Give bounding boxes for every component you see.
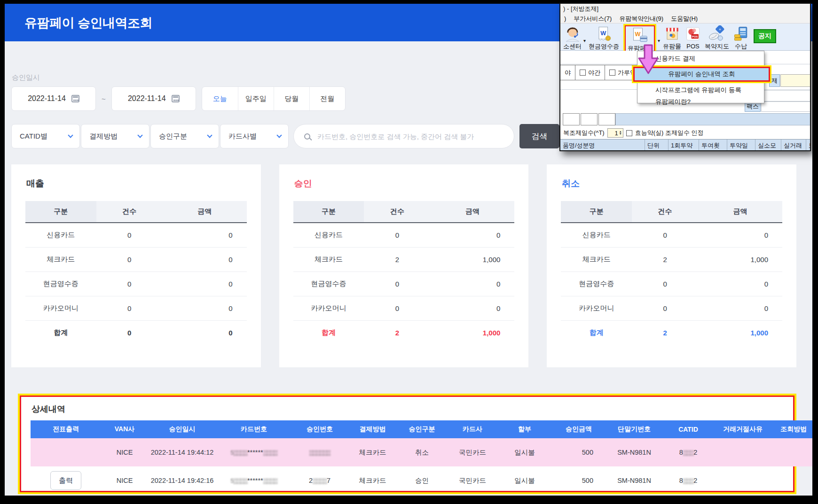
grid-column-header: 1회투약 bbox=[669, 140, 699, 151]
lookup-method-cell bbox=[771, 466, 812, 495]
summary-cell: 0 bbox=[163, 223, 247, 247]
card-number-cell: 5▒▒▒▒******▒▒▒▒ bbox=[216, 438, 291, 466]
grid-column-header: 투여횟 bbox=[699, 140, 727, 151]
table-row: 현금영수증00 bbox=[561, 271, 782, 296]
checkbox-cell[interactable]: 야간 bbox=[575, 65, 605, 80]
detail-column-header: VAN사 bbox=[101, 420, 148, 438]
filter-select[interactable]: CATID별 bbox=[11, 124, 80, 148]
form-cell[interactable] bbox=[563, 113, 580, 125]
date-from-value: 2022-11-14 bbox=[28, 94, 66, 103]
detail-section: 상세내역 전표출력VAN사승인일시카드번호승인번호결제방법승인구분카드사할부승인… bbox=[20, 395, 794, 492]
date-to-input[interactable]: 2022-11-14 bbox=[111, 86, 196, 111]
checkbox-row: 야야간가루약 bbox=[560, 65, 641, 80]
summary-cell: 0 bbox=[698, 223, 782, 247]
upharm-pay-icon: W bbox=[631, 27, 648, 45]
detail-column-header: 승인구분 bbox=[397, 420, 447, 438]
notice-badge[interactable]: 공지 bbox=[754, 29, 776, 43]
approval-type-cell: 취소 bbox=[397, 438, 447, 466]
summary-card-title: 승인 bbox=[294, 178, 515, 190]
dose-days-suffix: 효능약(실) 조제일수 인정 bbox=[635, 129, 704, 137]
stepper-arrows-icon[interactable]: ▲▼ bbox=[619, 131, 622, 135]
chevron-down-icon bbox=[276, 132, 282, 138]
summary-cell: 0 bbox=[163, 247, 247, 271]
quick-range-button[interactable]: 일주일 bbox=[238, 87, 274, 110]
summary-cell: 0 bbox=[163, 271, 247, 296]
pos-icon: POS bbox=[685, 25, 701, 43]
dose-days-label: 복조제일수(^T) bbox=[563, 129, 605, 137]
toolbar-item-수납[interactable]: 수납 bbox=[731, 24, 751, 50]
grid-column-header: 단위 bbox=[645, 140, 669, 151]
summary-total-row: 합계21,000 bbox=[561, 320, 782, 345]
detail-annotation-box: 상세내역 전표출력VAN사승인일시카드번호승인번호결제방법승인구분카드사할부승인… bbox=[18, 394, 796, 494]
summary-table: 구분건수금액신용카드00체크카드00현금영수증00카카오머니00합계00 bbox=[25, 201, 247, 345]
page-title: 유팜페이 승인내역조회 bbox=[24, 15, 152, 31]
summary-column-header: 금액 bbox=[430, 201, 514, 223]
search-button[interactable]: 검색 bbox=[519, 124, 559, 148]
receipt-icon: W bbox=[596, 25, 612, 43]
date-from-input[interactable]: 2022-11-14 bbox=[11, 86, 96, 111]
menubar-item[interactable]: 도움말(H) bbox=[671, 15, 698, 23]
dose-days-stepper[interactable]: 1 ▲▼ bbox=[607, 128, 623, 138]
filter-select[interactable]: 승인구분 bbox=[150, 124, 219, 148]
dropdown-caret-icon[interactable]: ▾ bbox=[583, 38, 586, 43]
summary-cell: 0 bbox=[96, 296, 163, 320]
form-cell[interactable] bbox=[581, 113, 598, 125]
dose-days-checkbox[interactable] bbox=[626, 130, 632, 136]
toolbar-item-복약지도[interactable]: +복약지도 bbox=[703, 24, 731, 50]
form-band bbox=[615, 113, 811, 125]
masked-text-prefix: 8 bbox=[679, 477, 683, 484]
toolbar-item-현금영수증[interactable]: W현금영수증 bbox=[587, 24, 621, 50]
summary-total-cell: 2 bbox=[632, 320, 698, 345]
dropdown-caret-icon[interactable]: ▾ bbox=[658, 38, 660, 43]
masked-text-prefix: 2 bbox=[309, 477, 313, 484]
filter-select[interactable]: 결제방법 bbox=[81, 124, 149, 148]
window-body: 야야간가루약 신용카드 결제유팜페이 승인내역 조회시작프로그램에 유팜페이 등… bbox=[560, 51, 810, 151]
summary-total-cell: 1,000 bbox=[698, 320, 782, 345]
summary-cell: 0 bbox=[430, 223, 514, 247]
search-input[interactable] bbox=[316, 132, 503, 141]
calendar-icon[interactable] bbox=[71, 95, 79, 102]
detail-column-header: 거래거절사유 bbox=[715, 420, 771, 438]
summary-cell: 현금영수증 bbox=[25, 271, 96, 296]
menu-item[interactable]: 유팜페이란? bbox=[637, 96, 764, 108]
window-menubar: )부가서비스(7)유팜복약안내(9)도움말(H) bbox=[560, 14, 810, 23]
approval-datetime-cell: 2022-11-14 19:44:12 bbox=[148, 438, 216, 466]
summary-card: 승인구분건수금액신용카드00체크카드21,000현금영수증00카카오머니00합계… bbox=[279, 164, 529, 367]
toolbar-item-소센터[interactable]: 소센터 bbox=[561, 24, 583, 50]
summary-column-header: 건수 bbox=[364, 201, 430, 223]
summary-table: 구분건수금액신용카드00체크카드21,000현금영수증00카카오머니00합계21… bbox=[561, 201, 782, 345]
dose-days-value: 1 bbox=[615, 130, 618, 137]
menubar-item[interactable]: 유팜복약안내(9) bbox=[619, 15, 663, 23]
filter-select[interactable]: 카드사별 bbox=[220, 124, 289, 148]
print-button[interactable]: 출력 bbox=[50, 471, 81, 490]
yellow-input-field[interactable] bbox=[780, 74, 811, 87]
summary-column-header: 건수 bbox=[96, 201, 163, 223]
checkbox-cell[interactable]: 야 bbox=[560, 65, 575, 80]
summary-total-row: 합계00 bbox=[25, 320, 247, 345]
detail-column-header: CATID bbox=[662, 420, 715, 438]
checkbox-icon[interactable] bbox=[580, 70, 586, 76]
calendar-icon[interactable] bbox=[172, 95, 180, 102]
quick-range-group: 오늘일주일당월전월 bbox=[202, 86, 346, 111]
menubar-item[interactable]: 부가서비스(7) bbox=[574, 15, 612, 23]
terminal-number-cell: SM-N981N bbox=[606, 438, 662, 466]
fax-input-field[interactable] bbox=[761, 101, 811, 112]
table-row: 체크카드00 bbox=[25, 247, 247, 271]
form-cell[interactable] bbox=[598, 113, 615, 125]
search-box[interactable] bbox=[293, 124, 514, 148]
toolbar-item-POS[interactable]: POSPOS bbox=[683, 24, 703, 50]
checkbox-label: 야 bbox=[565, 69, 571, 77]
summary-card: 매출구분건수금액신용카드00체크카드00현금영수증00카카오머니00합계00 bbox=[11, 164, 261, 367]
approval-type-cell: 승인 bbox=[397, 466, 447, 495]
checkbox-icon[interactable] bbox=[609, 70, 615, 76]
grid-column-header: 투약일 bbox=[727, 140, 755, 151]
quick-range-button[interactable]: 오늘 bbox=[202, 87, 238, 110]
toolbar-item-유팜몰[interactable]: 유팜몰 bbox=[661, 24, 683, 50]
quick-range-button[interactable]: 전월 bbox=[309, 87, 345, 110]
approval-date-label: 승인일시 bbox=[12, 73, 40, 82]
terminal-number-cell: SM-N981N bbox=[606, 466, 662, 495]
quick-range-button[interactable]: 당월 bbox=[274, 87, 309, 110]
date-range-tilde: ~ bbox=[102, 95, 106, 103]
detail-table-row: 출력NICE2022-11-14 19:42:165▒▒▒▒******▒▒▒▒… bbox=[31, 466, 812, 495]
menu-item[interactable]: 시작프로그램에 유팜페이 등록 bbox=[637, 84, 764, 96]
